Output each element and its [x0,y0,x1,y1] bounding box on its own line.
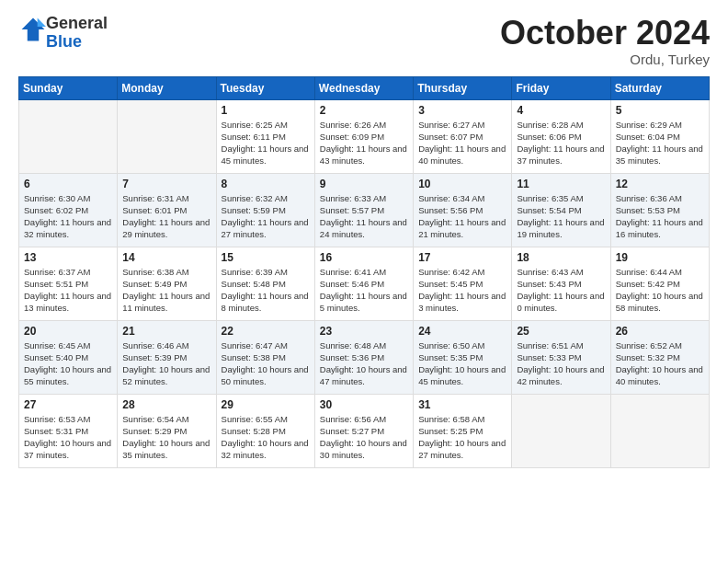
daylight-text: Daylight: 11 hours and 0 minutes. [517,291,604,313]
calendar-cell [512,394,610,467]
calendar-cell: 5Sunrise: 6:29 AMSunset: 6:04 PMDaylight… [610,99,709,173]
daylight-text: Daylight: 11 hours and 11 minutes. [122,291,210,313]
day-number: 31 [418,398,506,411]
day-number: 11 [517,178,605,190]
day-number: 6 [24,178,112,190]
sunrise-text: Sunrise: 6:52 AM [616,340,682,350]
daylight-text: Daylight: 11 hours and 32 minutes. [24,217,111,239]
day-number: 15 [222,251,310,264]
sunrise-text: Sunrise: 6:42 AM [418,267,484,277]
sunset-text: Sunset: 5:56 PM [418,205,483,215]
calendar-cell: 3Sunrise: 6:27 AMSunset: 6:07 PMDaylight… [414,99,512,173]
day-number: 9 [320,178,408,190]
calendar-week-row: 20Sunrise: 6:45 AMSunset: 5:40 PMDayligh… [19,320,710,394]
day-number: 10 [418,178,506,190]
day-header-tuesday: Tuesday [216,76,314,99]
daylight-text: Daylight: 11 hours and 19 minutes. [517,217,604,239]
calendar-cell: 19Sunrise: 6:44 AMSunset: 5:42 PMDayligh… [610,247,709,320]
day-number: 12 [616,178,704,190]
sunset-text: Sunset: 6:02 PM [24,205,88,215]
day-info: Sunrise: 6:38 AMSunset: 5:49 PMDaylight:… [122,266,210,315]
day-info: Sunrise: 6:32 AMSunset: 5:59 PMDaylight:… [222,192,310,241]
day-info: Sunrise: 6:56 AMSunset: 5:27 PMDaylight:… [320,413,408,462]
day-info: Sunrise: 6:27 AMSunset: 6:07 PMDaylight:… [418,119,506,167]
daylight-text: Daylight: 11 hours and 13 minutes. [24,291,111,313]
sunset-text: Sunset: 5:29 PM [122,426,187,436]
calendar-cell [118,99,216,173]
daylight-text: Daylight: 10 hours and 55 minutes. [24,364,111,386]
sunrise-text: Sunrise: 6:50 AM [418,340,484,350]
sunset-text: Sunset: 5:40 PM [24,352,88,362]
calendar-cell: 21Sunrise: 6:46 AMSunset: 5:39 PMDayligh… [118,320,216,394]
day-number: 8 [222,178,310,190]
daylight-text: Daylight: 11 hours and 45 minutes. [222,144,309,166]
sunrise-text: Sunrise: 6:33 AM [320,193,386,203]
logo-text: General Blue [46,15,108,52]
calendar-cell: 6Sunrise: 6:30 AMSunset: 6:02 PMDaylight… [19,173,118,247]
sunrise-text: Sunrise: 6:55 AM [222,414,288,424]
sunrise-text: Sunrise: 6:32 AM [222,193,288,203]
sunrise-text: Sunrise: 6:51 AM [517,340,583,350]
calendar-header-row: SundayMondayTuesdayWednesdayThursdayFrid… [19,76,710,99]
day-info: Sunrise: 6:44 AMSunset: 5:42 PMDaylight:… [616,266,704,315]
daylight-text: Daylight: 10 hours and 27 minutes. [418,438,506,460]
daylight-text: Daylight: 11 hours and 5 minutes. [320,291,407,313]
day-info: Sunrise: 6:36 AMSunset: 5:53 PMDaylight:… [616,192,704,241]
sunrise-text: Sunrise: 6:47 AM [222,340,288,350]
sunset-text: Sunset: 5:43 PM [517,279,581,289]
day-number: 22 [222,325,310,338]
calendar-cell: 16Sunrise: 6:41 AMSunset: 5:46 PMDayligh… [314,247,413,320]
sunset-text: Sunset: 5:27 PM [320,426,384,436]
sunrise-text: Sunrise: 6:27 AM [418,120,484,130]
day-info: Sunrise: 6:39 AMSunset: 5:48 PMDaylight:… [222,266,310,315]
sunset-text: Sunset: 6:04 PM [616,132,680,142]
calendar-cell: 11Sunrise: 6:35 AMSunset: 5:54 PMDayligh… [512,173,610,247]
daylight-text: Daylight: 10 hours and 58 minutes. [616,291,703,313]
sunset-text: Sunset: 5:51 PM [24,279,88,289]
day-number: 13 [24,251,112,264]
calendar-table: SundayMondayTuesdayWednesdayThursdayFrid… [18,76,710,468]
daylight-text: Daylight: 11 hours and 21 minutes. [418,217,506,239]
calendar-cell [610,394,709,467]
sunrise-text: Sunrise: 6:30 AM [24,193,90,203]
day-info: Sunrise: 6:46 AMSunset: 5:39 PMDaylight:… [122,339,210,388]
day-number: 27 [24,398,112,411]
daylight-text: Daylight: 11 hours and 16 minutes. [616,217,703,239]
daylight-text: Daylight: 10 hours and 45 minutes. [418,364,506,386]
day-info: Sunrise: 6:28 AMSunset: 6:06 PMDaylight:… [517,119,605,167]
sunrise-text: Sunrise: 6:48 AM [320,340,386,350]
daylight-text: Daylight: 11 hours and 40 minutes. [418,144,506,166]
sunrise-text: Sunrise: 6:25 AM [222,120,288,130]
day-header-sunday: Sunday [19,76,118,99]
day-info: Sunrise: 6:42 AMSunset: 5:45 PMDaylight:… [418,266,506,315]
logo-blue: Blue [46,33,108,52]
day-number: 17 [418,251,506,264]
sunset-text: Sunset: 5:32 PM [616,352,680,362]
calendar-week-row: 6Sunrise: 6:30 AMSunset: 6:02 PMDaylight… [19,173,710,247]
sunset-text: Sunset: 6:06 PM [517,132,581,142]
sunrise-text: Sunrise: 6:34 AM [418,193,484,203]
calendar-cell: 23Sunrise: 6:48 AMSunset: 5:36 PMDayligh… [314,320,413,394]
day-number: 25 [517,325,605,338]
sunset-text: Sunset: 5:57 PM [320,205,384,215]
sunrise-text: Sunrise: 6:58 AM [418,414,484,424]
calendar-cell: 8Sunrise: 6:32 AMSunset: 5:59 PMDaylight… [216,173,314,247]
sunrise-text: Sunrise: 6:28 AM [517,120,583,130]
daylight-text: Daylight: 11 hours and 8 minutes. [222,291,309,313]
day-info: Sunrise: 6:52 AMSunset: 5:32 PMDaylight:… [616,339,704,388]
logo: General Blue [18,15,108,52]
sunrise-text: Sunrise: 6:54 AM [122,414,188,424]
sunset-text: Sunset: 5:25 PM [418,426,483,436]
calendar-cell: 24Sunrise: 6:50 AMSunset: 5:35 PMDayligh… [414,320,512,394]
sunset-text: Sunset: 5:46 PM [320,279,384,289]
sunrise-text: Sunrise: 6:37 AM [24,267,90,277]
sunrise-text: Sunrise: 6:36 AM [616,193,682,203]
sunset-text: Sunset: 6:01 PM [122,205,187,215]
calendar-cell: 28Sunrise: 6:54 AMSunset: 5:29 PMDayligh… [118,394,216,467]
calendar-cell: 15Sunrise: 6:39 AMSunset: 5:48 PMDayligh… [216,247,314,320]
daylight-text: Daylight: 10 hours and 40 minutes. [616,364,703,386]
day-number: 18 [517,251,605,264]
day-info: Sunrise: 6:26 AMSunset: 6:09 PMDaylight:… [320,119,408,167]
day-number: 4 [517,104,605,117]
sunrise-text: Sunrise: 6:31 AM [122,193,188,203]
